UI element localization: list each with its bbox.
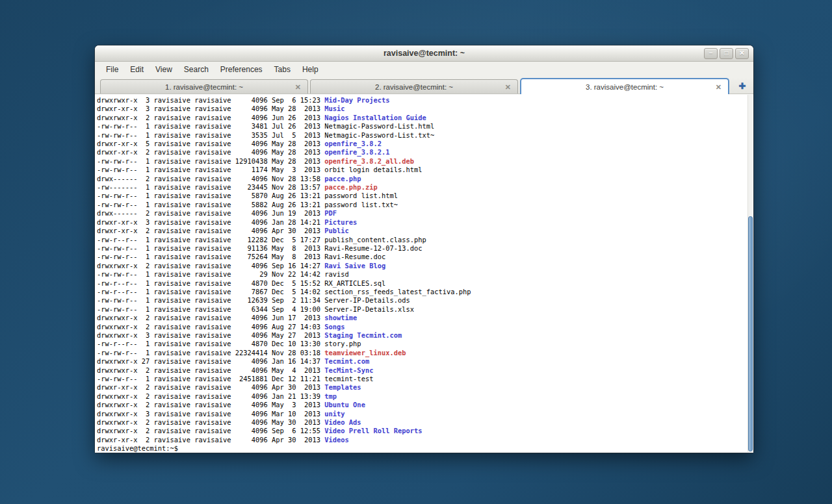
file-row: drwxr-xr-x 3 ravisaive ravisaive 4096 Ja… — [97, 218, 753, 227]
file-attributes: drwxrwxr-x 2 ravisaive ravisaive 4096 Au… — [97, 323, 324, 331]
title-bar[interactable]: ravisaive@tecmint: ~ – □ ✕ — [95, 45, 753, 62]
file-row: drwxrwxr-x 2 ravisaive ravisaive 4096 Ma… — [97, 401, 753, 409]
file-attributes: drwxrwxr-x 27 ravisaive ravisaive 4096 J… — [97, 357, 324, 365]
file-name: pacce.php.zip — [324, 183, 377, 191]
file-name: Ravi-Resume-12-07-13.doc — [324, 244, 422, 252]
file-attributes: drwxr-xr-x 2 ravisaive ravisaive 4096 Ap… — [97, 227, 324, 234]
file-name: pacce.php — [324, 175, 361, 183]
file-attributes: drwxr-xr-x 2 ravisaive ravisaive 4096 Ma… — [97, 148, 324, 156]
file-name: tmp — [324, 392, 337, 400]
file-attributes: drwxrwxr-x 2 ravisaive ravisaive 4096 Ma… — [97, 401, 324, 409]
file-name: Video Ads — [324, 418, 361, 426]
file-attributes: -rw-rw-r-- 1 ravisaive ravisaive 3535 Ju… — [97, 131, 324, 139]
file-attributes: drwxr-xr-x 5 ravisaive ravisaive 4096 Ma… — [97, 140, 324, 147]
file-attributes: -rw-rw-r-- 1 ravisaive ravisaive 75264 M… — [97, 253, 324, 260]
file-attributes: drwxr-xr-x 3 ravisaive ravisaive 4096 Ja… — [97, 218, 324, 226]
scrollbar[interactable] — [748, 95, 753, 452]
file-row: drwxrwxr-x 2 ravisaive ravisaive 4096 Ju… — [97, 314, 753, 322]
file-row: -rw-rw-r-- 1 ravisaive ravisaive 2451881… — [97, 375, 753, 383]
file-row: -rw-r--r-- 1 ravisaive ravisaive 4870 De… — [97, 279, 753, 288]
tab-strip: 1. ravisaive@tecmint: ~✕2. ravisaive@tec… — [95, 77, 753, 94]
menu-item-help[interactable]: Help — [297, 63, 324, 76]
file-row: drwxrwxr-x 2 ravisaive ravisaive 4096 Ja… — [97, 392, 753, 401]
menu-item-view[interactable]: View — [150, 63, 177, 76]
tab-label: 3. ravisaive@tecmint: ~ — [586, 83, 664, 91]
file-row: drwxr-xr-x 3 ravisaive ravisaive 4096 Ma… — [97, 105, 753, 113]
window-controls: – □ ✕ — [704, 48, 749, 59]
terminal-screen[interactable]: drwxrwxr-x 3 ravisaive ravisaive 4096 Se… — [95, 94, 753, 453]
file-row: drwxrwxr-x 2 ravisaive ravisaive 4096 Ma… — [97, 366, 753, 375]
file-attributes: drwxr-xr-x 2 ravisaive ravisaive 4096 Ap… — [97, 383, 324, 391]
file-row: -rw-rw-r-- 1 ravisaive ravisaive 75264 M… — [97, 253, 753, 261]
file-row: -rw-rw-r-- 1 ravisaive ravisaive 3535 Ju… — [97, 131, 753, 140]
file-row: drwx------ 2 ravisaive ravisaive 4096 Ju… — [97, 209, 753, 218]
menu-item-edit[interactable]: Edit — [125, 63, 149, 76]
file-row: drwxrwxr-x 3 ravisaive ravisaive 4096 Ma… — [97, 331, 753, 340]
file-row: drwxr-xr-x 2 ravisaive ravisaive 4096 Ap… — [97, 227, 753, 235]
file-row: -rw-rw-r-- 1 ravisaive ravisaive 12639 S… — [97, 296, 753, 305]
file-row: -rw-r--r-- 1 ravisaive ravisaive 4870 De… — [97, 340, 753, 348]
file-attributes: drwxrwxr-x 3 ravisaive ravisaive 4096 Ma… — [97, 331, 324, 339]
tab-3[interactable]: 3. ravisaive@tecmint: ~✕ — [520, 78, 729, 94]
new-tab-icon[interactable]: ✚ — [731, 78, 753, 94]
file-name: openfire_3.8.2 — [324, 140, 382, 147]
file-name: Pictures — [324, 218, 357, 226]
file-row: -rw-rw-r-- 1 ravisaive ravisaive 5882 Au… — [97, 201, 753, 209]
file-name: tecmint-test — [324, 375, 373, 383]
window-title: ravisaive@tecmint: ~ — [384, 49, 465, 58]
file-attributes: drwxrwxr-x 2 ravisaive ravisaive 4096 Se… — [97, 427, 324, 435]
minimize-icon[interactable]: – — [704, 48, 718, 59]
file-attributes: -rw-rw-r-- 1 ravisaive ravisaive 2451881… — [97, 375, 324, 383]
menu-item-tabs[interactable]: Tabs — [269, 63, 296, 76]
file-attributes: -rw-rw-r-- 1 ravisaive ravisaive 29 Nov … — [97, 270, 324, 278]
file-attributes: drwxr-xr-x 2 ravisaive ravisaive 4096 Ap… — [97, 436, 324, 444]
menu-item-search[interactable]: Search — [179, 63, 214, 76]
shell-prompt: ravisaive@tecmint:~$ — [97, 444, 753, 453]
file-attributes: drwxrwxr-x 2 ravisaive ravisaive 4096 Se… — [97, 262, 324, 270]
file-attributes: -rw-rw-r-- 1 ravisaive ravisaive 12639 S… — [97, 296, 324, 304]
file-name: Templates — [324, 383, 361, 391]
file-attributes: drwx------ 2 ravisaive ravisaive 4096 Ju… — [97, 209, 324, 217]
maximize-icon[interactable]: □ — [720, 48, 733, 59]
file-attributes: -rw-rw-r-- 1 ravisaive ravisaive 3481 Ju… — [97, 122, 324, 130]
file-name: Nagios Installation Guide — [324, 114, 426, 121]
file-name: Staging Tecmint.com — [324, 331, 402, 339]
file-name: publish_content.class.php — [324, 236, 426, 244]
file-attributes: -rw-rw-r-- 1 ravisaive ravisaive 5870 Au… — [97, 192, 324, 199]
file-attributes: -rw-rw-r-- 1 ravisaive ravisaive 2232441… — [97, 349, 324, 357]
file-attributes: -rw-r--r-- 1 ravisaive ravisaive 4870 De… — [97, 279, 324, 287]
file-name: TecMint-Sync — [324, 366, 373, 374]
file-name: ravisd — [324, 270, 349, 278]
file-name: Mid-Day Projects — [324, 96, 389, 104]
menu-item-file[interactable]: File — [101, 63, 124, 76]
file-name: orbit login details.html — [324, 166, 422, 173]
file-attributes: -rw------- 1 ravisaive ravisaive 23445 N… — [97, 183, 324, 191]
file-row: -rw-rw-r-- 1 ravisaive ravisaive 1291043… — [97, 157, 753, 166]
file-name: Server-IP-Details.xlsx — [324, 305, 414, 313]
close-icon[interactable]: ✕ — [735, 48, 749, 59]
tab-close-icon[interactable]: ✕ — [505, 82, 511, 91]
file-name: Netmagic-Password-List.html — [324, 122, 434, 130]
file-attributes: drwxrwxr-x 2 ravisaive ravisaive 4096 Ju… — [97, 314, 324, 321]
tab-close-icon[interactable]: ✕ — [716, 82, 722, 91]
file-name: teamviewer_linux.deb — [324, 349, 406, 357]
file-attributes: drwxrwxr-x 2 ravisaive ravisaive 4096 Ju… — [97, 114, 324, 121]
file-name: password list.html — [324, 192, 398, 199]
file-row: drwxrwxr-x 27 ravisaive ravisaive 4096 J… — [97, 357, 753, 366]
menu-item-preferences[interactable]: Preferences — [215, 63, 268, 76]
scrollbar-thumb[interactable] — [748, 216, 753, 451]
file-name: Video Prell Roll Reports — [324, 427, 422, 435]
file-attributes: drwxrwxr-x 3 ravisaive ravisaive 4096 Ma… — [97, 410, 324, 418]
file-name: section_rss_feeds_latest_factiva.php — [324, 288, 471, 296]
tab-2[interactable]: 2. ravisaive@tecmint: ~✕ — [310, 79, 518, 94]
file-attributes: drwxrwxr-x 2 ravisaive ravisaive 4096 Ja… — [97, 392, 324, 400]
file-row: drwxrwxr-x 2 ravisaive ravisaive 4096 Se… — [97, 262, 753, 270]
file-name: Songs — [324, 323, 344, 331]
file-name: Server-IP-Details.ods — [324, 296, 410, 304]
file-row: drwxr-xr-x 2 ravisaive ravisaive 4096 Ma… — [97, 148, 753, 157]
file-row: -rw-rw-r-- 1 ravisaive ravisaive 2232441… — [97, 349, 753, 357]
tab-1[interactable]: 1. ravisaive@tecmint: ~✕ — [100, 79, 308, 94]
file-row: drwxrwxr-x 2 ravisaive ravisaive 4096 Ma… — [97, 418, 753, 427]
tab-close-icon[interactable]: ✕ — [295, 82, 301, 91]
file-name: openfire_3.8.2_all.deb — [324, 157, 414, 165]
